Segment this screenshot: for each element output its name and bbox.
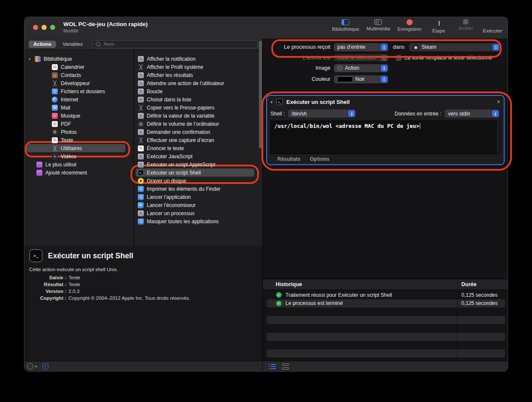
tab-variables[interactable]: Variables [58,41,87,48]
toolbar-multimedia[interactable]: Multimédia [366,19,390,31]
history-row[interactable] [267,316,505,325]
history-row-process-done[interactable]: Le processus est terminé 0,125 secondes [267,299,505,308]
search-field[interactable] [92,40,258,48]
success-check-icon [276,301,282,306]
action-menu-icon[interactable] [27,363,33,369]
panel-toggle-icon[interactable] [42,364,48,369]
action-list-item[interactable]: Énoncer le texte [134,144,262,152]
action-list-item[interactable]: Masquer toutes les applications [134,217,262,225]
action-item-icon [138,137,144,143]
history-row[interactable] [267,341,505,349]
action-item-label: Lancer l’application [147,194,191,200]
disclosure-chevron-icon[interactable] [29,57,35,61]
history-row-success-shell[interactable]: Traitement réussi pour Exécuter un scrip… [267,291,505,299]
replace-selected-text-checkbox[interactable] [396,55,401,61]
description-field-value: 2.0.3 [68,289,80,294]
application-popup[interactable]: Steam [409,43,500,51]
sidebar-item-ajoute-recemment[interactable]: Ajouté récemment [24,168,134,177]
tree-item-label: Bibliothèque [44,56,72,62]
action-list-item[interactable]: Exécuter JavaScript [134,152,262,160]
tree-item-label: Contacts [61,72,81,78]
action-list-item[interactable]: Exécuter un script AppleScript [134,160,262,168]
sidebar-item-developpeur[interactable]: Développeur [24,79,134,87]
action-list-item[interactable]: Effectuer une capture d’écran [134,136,262,144]
minimize-window-button[interactable] [42,25,47,30]
sidebar-item-bibliotheque[interactable]: Bibliothèque [24,55,134,63]
sidebar-item-videos[interactable]: Vidéos [24,152,134,160]
action-list-item[interactable]: Copier vers le Presse-papiers [134,103,262,112]
history-row-duration: 0,125 secondes [457,291,505,299]
action-list-item[interactable]: Imprimer les éléments du Finder [134,185,262,193]
image-popup[interactable]: Action [334,64,388,72]
tree-item-icon [52,145,58,151]
action-list-item[interactable]: Définir le volume de l’ordinateur [134,120,262,128]
action-list-item[interactable]: Afficher la notification [134,55,262,63]
sidebar-item-utilitaires[interactable]: Utilitaires [24,144,134,152]
actions-list: Afficher la notification Afficher le Pro… [134,50,262,246]
tab-actions[interactable]: Actions [29,41,56,48]
shell-popup[interactable]: /bin/sh [288,109,356,118]
close-action-icon[interactable]: × [497,99,500,105]
view-list-button[interactable] [269,364,276,369]
action-item-icon [138,97,144,103]
action-list-item[interactable]: Attendre une action de l’utilisateur [134,79,262,87]
toolbar-icon [342,19,349,25]
actions-scrollbar[interactable] [259,41,262,148]
search-input[interactable] [103,41,255,47]
toolbar-bibliotheque[interactable]: Bibliothèque [332,19,359,32]
sidebar-item-mail[interactable]: Mail [24,103,134,112]
script-scrollbar-track[interactable] [496,121,500,154]
description-field-label: Copyright : [24,296,66,301]
tree-item-label: Musique [61,113,80,119]
action-item-executer-un-script-shell[interactable]: Exécuter un script Shell [134,168,262,177]
sidebar-item-fichiers-et-dossiers[interactable]: Fichiers et dossiers [24,87,134,95]
close-window-button[interactable] [33,25,38,30]
sidebar-item-internet[interactable]: Internet [24,95,134,103]
color-label: Couleur [263,76,330,82]
collapse-chevron-icon[interactable]: ▾ [270,100,273,104]
sidebar-item-photos[interactable]: Photos [24,128,134,136]
sidebar-item-calendrier[interactable]: Calendrier [24,63,134,71]
sidebar-item-contacts[interactable]: Contacts [24,71,134,79]
shell-script-editor[interactable]: /usr/local/bin/wol <adresse MAC du PC de… [270,121,500,154]
toolbar-etape[interactable]: Étape [429,19,449,33]
sidebar-item-musique[interactable]: Musique [24,112,134,120]
action-list-item[interactable]: Définir la valeur de la variable [134,112,262,120]
action-item-label: Masquer toutes les applications [147,219,219,225]
zoom-window-button[interactable] [50,25,55,30]
action-list-item[interactable]: Lancer l’économiseur [134,201,262,209]
options-button[interactable]: Options [310,156,329,162]
history-row[interactable] [267,307,505,316]
action-list-item[interactable]: Lancer l’application [134,193,262,201]
process-input-popup[interactable]: pas d’entrée [334,43,388,51]
action-item-icon [138,113,144,119]
search-icon [96,42,100,46]
action-list-item[interactable]: Afficher le Profil système [134,63,262,71]
window-modified-status: Modifié [63,28,148,34]
toolbar-enregistrer[interactable]: Enregistrer [398,19,422,32]
stdin-popup[interactable]: vers stdin [445,109,499,118]
sidebar-item-texte[interactable]: Texte [24,136,134,144]
chevron-down-icon[interactable]: ▾ [35,364,37,369]
action-list-item[interactable]: Choisir dans la liste [134,95,262,103]
action-list-item[interactable]: Graver un disque [134,177,262,185]
history-row[interactable] [267,349,505,358]
sidebar-item-pdf[interactable]: PDF [24,120,134,128]
action-list-item[interactable]: Boucle [134,87,262,95]
action-list-item[interactable]: Afficher les résultats [134,71,262,79]
action-list-item[interactable]: Lancer un processus [134,209,262,217]
sidebar-item-le-plus-utilise[interactable]: Le plus utilisé [24,160,134,168]
toolbar-executer[interactable]: Exécuter [483,19,502,33]
description-field: Version : 2.0.3 [24,288,258,295]
toolbar-arreter[interactable]: Arrêter [456,19,476,31]
color-popup[interactable]: Noir [334,75,388,83]
action-item-icon [138,154,144,160]
view-flow-button[interactable] [282,364,289,369]
history-row[interactable] [267,324,505,333]
history-row[interactable] [267,333,505,341]
description-field: Saisie : Texte [24,274,258,281]
results-button[interactable]: Résultats [277,156,300,162]
action-list-item[interactable]: Demander une confirmation [134,128,262,136]
action-block-header: ▾ Exécuter un script Shell × [270,98,500,105]
action-item-label: Exécuter JavaScript [147,154,193,160]
